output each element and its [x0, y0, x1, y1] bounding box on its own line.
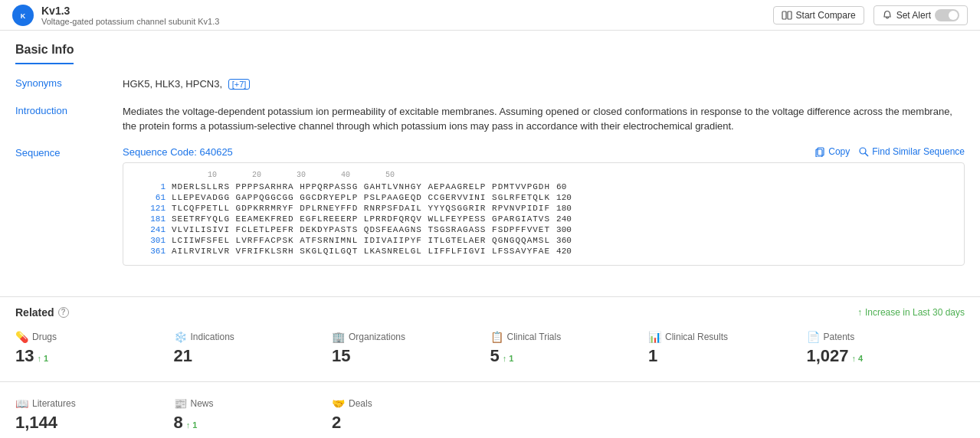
seq-line: 1 MDERLSLLRS PPPPSARHRA HPPQRPASSG GAHTL… — [131, 182, 956, 191]
stat-icon: 📋 — [490, 331, 503, 343]
stat-value: 15 — [332, 346, 350, 366]
svg-line-7 — [865, 153, 868, 156]
stat-category: 💊 Drugs — [15, 331, 174, 343]
svg-rect-3 — [788, 11, 792, 19]
stat-value: 1,027 — [807, 346, 849, 366]
seq-line-end: 180 — [556, 204, 572, 213]
stat-cell[interactable]: 📊 Clinical Results 1 — [648, 325, 807, 372]
set-alert-button[interactable]: Set Alert — [873, 5, 968, 25]
stat-icon: 📊 — [648, 331, 661, 343]
stat-label: Clinical Results — [665, 332, 728, 342]
increase-label: ↑ Increase in Last 30 days — [857, 307, 965, 318]
page-title: Kv1.3 — [41, 5, 773, 17]
stat-label: Clinical Trials — [507, 332, 562, 342]
stat-label: Deals — [349, 398, 372, 409]
stat-icon: 🤝 — [332, 397, 345, 410]
arrow-up-icon: ↑ — [857, 307, 862, 318]
stat-badge: ↑ 4 — [852, 354, 864, 363]
sequence-actions: Copy Find Similar Sequence — [815, 146, 965, 157]
stat-value: 1 — [648, 346, 657, 366]
stat-cell[interactable]: 📄 Patents 1,027 ↑ 4 — [807, 325, 965, 372]
stat-value: 5 — [490, 346, 500, 366]
synonyms-more-link[interactable]: [+7] — [228, 79, 251, 90]
seq-line-num: 301 — [131, 236, 166, 245]
stat-icon: 📰 — [174, 397, 187, 410]
seq-line-body: VLVILISIVI FCLETLPEFR DEKDYPASTS QDSFEAA… — [172, 225, 550, 234]
synonyms-label: Synonyms — [15, 77, 123, 89]
seq-line-num: 241 — [131, 225, 166, 234]
stat-category: ❄️ Indications — [174, 331, 333, 343]
stat-cell[interactable]: 📖 Literatures 1,144 — [15, 391, 174, 439]
introduction-label: Introduction — [15, 104, 123, 116]
stat-value: 13 — [15, 346, 34, 366]
stat-label: Literatures — [32, 398, 76, 409]
seq-line-num: 361 — [131, 247, 166, 256]
svg-rect-2 — [782, 11, 786, 19]
seq-line-end: 420 — [556, 247, 572, 256]
seq-line: 361 AILRVIRLVR VFRIFKLSRH SKGLQILGQT LKA… — [131, 247, 956, 256]
copy-button[interactable]: Copy — [815, 146, 850, 157]
header: K Kv1.3 Voltage-gated potassium channel … — [0, 0, 980, 31]
stat-icon: 💊 — [15, 331, 28, 343]
sequence-viewer[interactable]: 10 20 30 40 50 1 MDERLSLLRS PPPPSARHRA H… — [123, 162, 965, 266]
stat-category: 📋 Clinical Trials — [490, 331, 649, 343]
related-header: Related ? ↑ Increase in Last 30 days — [0, 296, 980, 325]
stat-cell[interactable]: 📰 News 8 ↑ 1 — [174, 391, 333, 439]
start-compare-button[interactable]: Start Compare — [773, 6, 864, 25]
seq-line-body: LLEPEVADGG GAPPQGGCGG GGCDRYEPLP PSLPAAG… — [172, 193, 550, 202]
stat-value: 1,144 — [15, 413, 57, 433]
seq-line-end: 240 — [556, 214, 572, 224]
stat-category: 🤝 Deals — [332, 397, 490, 410]
app-logo: K — [12, 5, 34, 26]
stat-category: 📊 Clinical Results — [648, 331, 807, 343]
stat-label: Patents — [824, 332, 855, 342]
stat-number: 1,027 ↑ 4 — [807, 346, 965, 366]
find-similar-button[interactable]: Find Similar Sequence — [859, 146, 965, 157]
seq-line-end: 60 — [556, 182, 566, 191]
seq-ruler: 10 20 30 40 50 — [131, 171, 956, 179]
stat-number: 8 ↑ 1 — [174, 413, 333, 433]
seq-line-num: 121 — [131, 204, 166, 213]
stat-number: 1 — [648, 346, 807, 366]
introduction-value: Mediates the voltage-dependent potassium… — [123, 104, 965, 134]
seq-line: 61 LLEPEVADGG GAPPQGGCGG GGCDRYEPLP PSLP… — [131, 193, 956, 202]
sequence-lines: 1 MDERLSLLRS PPPPSARHRA HPPQRPASSG GAHTL… — [131, 182, 956, 256]
seq-line: 241 VLVILISIVI FCLETLPEFR DEKDYPASTS QDS… — [131, 225, 956, 234]
sequence-header: Sequence Code: 640625 Copy — [123, 146, 965, 158]
stat-cell[interactable]: 🤝 Deals 2 — [332, 391, 490, 439]
stats-grid-secondary: 📖 Literatures 1,144 📰 News 8 ↑ 1 🤝 Deals… — [0, 382, 980, 439]
seq-line-num: 1 — [131, 182, 166, 191]
sequence-content: Sequence Code: 640625 Copy — [123, 146, 965, 266]
sequence-label: Sequence — [15, 146, 123, 159]
related-title: Related ? — [15, 306, 69, 319]
stat-number: 5 ↑ 1 — [490, 346, 649, 366]
stat-icon: 📄 — [807, 331, 820, 343]
alert-toggle[interactable] — [935, 9, 959, 21]
seq-line-end: 360 — [556, 236, 572, 245]
sequence-code-link[interactable]: Sequence Code: 640625 — [123, 146, 233, 158]
stat-number: 21 — [174, 346, 333, 366]
stat-number: 2 — [332, 413, 490, 433]
stat-cell[interactable]: 💊 Drugs 13 ↑ 1 — [15, 325, 174, 372]
stat-icon: 🏢 — [332, 331, 345, 343]
seq-line-body: LCIIWFSFEL LVRFFACPSK ATFSRNIMNL IDIVAII… — [172, 236, 550, 245]
seq-line-body: MDERLSLLRS PPPPSARHRA HPPQRPASSG GAHTLVN… — [172, 182, 550, 191]
seq-line-end: 120 — [556, 193, 572, 202]
stat-value: 21 — [174, 346, 192, 366]
header-actions: Start Compare Set Alert — [773, 5, 968, 25]
stat-cell[interactable]: 📋 Clinical Trials 5 ↑ 1 — [490, 325, 649, 372]
stat-number: 15 — [332, 346, 490, 366]
seq-line-end: 300 — [556, 225, 572, 234]
svg-text:K: K — [21, 12, 26, 20]
stat-cell[interactable]: 🏢 Organizations 15 — [332, 325, 490, 372]
seq-line-body: SEETRFYQLG EEAMEKFRED EGFLREEERP LPRRDFQ… — [172, 214, 550, 224]
stat-number: 13 ↑ 1 — [15, 346, 174, 366]
stat-cell[interactable]: ❄️ Indications 21 — [174, 325, 333, 372]
stat-category: 📰 News — [174, 397, 333, 410]
stat-badge: ↑ 1 — [503, 354, 514, 363]
stat-label: Organizations — [349, 332, 405, 342]
start-compare-label: Start Compare — [796, 10, 856, 21]
related-help-icon[interactable]: ? — [58, 307, 69, 318]
related-section: Related ? ↑ Increase in Last 30 days 💊 D… — [0, 296, 980, 439]
copy-label: Copy — [828, 146, 850, 157]
